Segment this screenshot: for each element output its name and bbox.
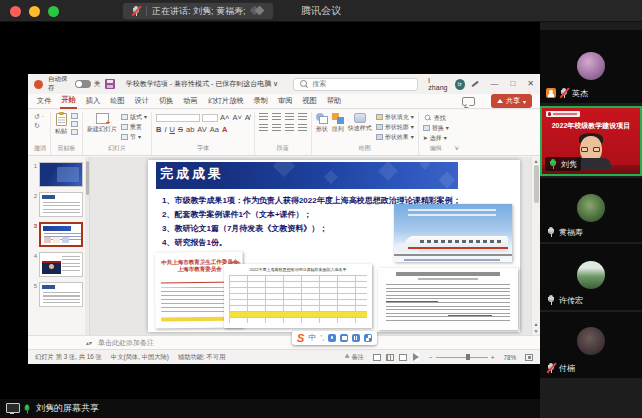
- tab-insert[interactable]: 插入: [85, 94, 101, 108]
- normal-view-button[interactable]: [373, 354, 381, 361]
- undo-button[interactable]: ↺ ·: [34, 113, 46, 120]
- comments-icon[interactable]: [462, 97, 475, 106]
- shape-fill-button[interactable]: 形状填充▾: [376, 113, 414, 121]
- canvas-scrollbar[interactable]: ▲ ▲ ▼: [531, 157, 540, 335]
- tab-draw[interactable]: 绘图: [109, 94, 125, 108]
- align-left-button[interactable]: [259, 124, 268, 132]
- search-input[interactable]: 搜索: [293, 78, 418, 91]
- voice-input-icon[interactable]: [328, 334, 336, 342]
- decrease-font-icon[interactable]: A˅: [232, 113, 241, 122]
- layout-button[interactable]: 版式▾: [121, 113, 147, 121]
- tab-view[interactable]: 视图: [301, 94, 317, 108]
- tab-slideshow[interactable]: 幻灯片放映: [207, 94, 245, 108]
- tab-animations[interactable]: 动画: [182, 94, 198, 108]
- shapes-button[interactable]: 形状: [316, 113, 328, 134]
- toolbox-icon[interactable]: [364, 334, 372, 342]
- new-slide-button[interactable]: 新建幻灯片: [87, 113, 117, 134]
- arrange-button[interactable]: 排列: [332, 113, 344, 134]
- font-name-select[interactable]: [156, 114, 200, 122]
- save-icon[interactable]: [105, 79, 114, 89]
- participant-tile-liujun-active-speaker[interactable]: 2022年校级教学建设项目 刘隽: [540, 106, 642, 176]
- quick-styles-button[interactable]: 快速样式: [348, 113, 372, 133]
- indent-decrease-button[interactable]: [285, 113, 294, 121]
- ink-pen-icon[interactable]: [470, 79, 479, 89]
- align-center-button[interactable]: [272, 124, 281, 132]
- slideshow-view-button[interactable]: [413, 353, 419, 361]
- scrollbar-thumb[interactable]: [534, 165, 539, 203]
- section-button[interactable]: 节▾: [121, 133, 147, 141]
- format-painter-icon[interactable]: [71, 129, 78, 135]
- redo-button[interactable]: ↻: [34, 122, 46, 129]
- notes-pane[interactable]: ▴▾ 单击此处添加备注: [28, 335, 540, 349]
- italic-button[interactable]: I: [164, 125, 166, 134]
- chinese-mode-icon[interactable]: 中: [308, 333, 316, 343]
- tab-home[interactable]: 开始: [60, 93, 76, 109]
- participant-tile-funan[interactable]: 付楠: [540, 312, 642, 378]
- share-button[interactable]: 共享 ▾: [491, 94, 532, 108]
- paste-button[interactable]: 粘贴: [55, 113, 67, 136]
- slide-editing-surface[interactable]: 完成成果 1、市级教学成果1项：作为负责人获得2022年度上海高校思想政治理论课…: [148, 160, 520, 332]
- autosave-toggle[interactable]: 自动保存 关: [48, 75, 100, 93]
- thumbnail-scrollbar[interactable]: [85, 157, 89, 335]
- char-spacing-button[interactable]: AV: [197, 125, 206, 134]
- numbering-button[interactable]: [272, 113, 281, 121]
- tab-help[interactable]: 帮助: [326, 94, 342, 108]
- tab-record[interactable]: 录制: [253, 94, 269, 108]
- participant-tile-yingjie[interactable]: 英杰: [540, 30, 642, 103]
- notes-toggle-button[interactable]: ≜ 备注: [344, 353, 364, 362]
- ppt-maximize-button[interactable]: □: [510, 80, 515, 88]
- increase-font-icon[interactable]: A˄: [220, 113, 229, 122]
- fit-slide-to-window-button[interactable]: [525, 354, 533, 361]
- ppt-minimize-button[interactable]: —: [490, 80, 498, 88]
- font-size-select[interactable]: [202, 114, 218, 122]
- slide-thumbnail-1[interactable]: [39, 162, 83, 187]
- emoji-picker-icon[interactable]: [340, 334, 348, 342]
- zoom-percentage[interactable]: 78%: [503, 354, 516, 361]
- account-name[interactable]: l zhang: [428, 77, 449, 91]
- reading-view-button[interactable]: [399, 354, 407, 361]
- punctuation-icon[interactable]: ’,: [320, 333, 324, 343]
- shape-effects-button[interactable]: 形状效果▾: [376, 133, 414, 141]
- zoom-out-button[interactable]: −: [429, 354, 433, 361]
- strikethrough-button[interactable]: S: [178, 125, 183, 134]
- clear-format-icon[interactable]: A̸: [245, 113, 250, 122]
- slide-thumbnail-5[interactable]: [39, 282, 83, 307]
- find-button[interactable]: 查找: [423, 113, 449, 122]
- tab-review[interactable]: 审阅: [277, 94, 293, 108]
- slide-thumbnail-4[interactable]: [39, 252, 83, 277]
- select-button[interactable]: ➤选择▾: [423, 134, 449, 142]
- previous-slide-button[interactable]: ▲: [534, 321, 539, 327]
- soft-keyboard-icon[interactable]: [352, 334, 360, 342]
- sogou-logo-icon[interactable]: S: [297, 333, 304, 344]
- tab-transitions[interactable]: 切换: [158, 94, 174, 108]
- tab-design[interactable]: 设计: [134, 94, 150, 108]
- account-avatar[interactable]: lz: [455, 79, 465, 90]
- replace-button[interactable]: 替换▾: [423, 124, 449, 132]
- zoom-in-button[interactable]: +: [491, 354, 495, 361]
- scroll-up-icon[interactable]: ▲: [534, 158, 539, 164]
- autosave-switch-icon[interactable]: [75, 80, 91, 88]
- bullets-button[interactable]: [259, 113, 268, 121]
- next-slide-button[interactable]: ▼: [534, 328, 539, 334]
- notes-splitter-icon[interactable]: ▴▾: [86, 339, 92, 346]
- align-right-button[interactable]: [285, 124, 294, 132]
- font-color-button[interactable]: A: [222, 125, 227, 134]
- zoom-slider[interactable]: [436, 357, 488, 358]
- participant-tile-xuchuanhong[interactable]: 许传宏: [540, 244, 642, 310]
- slide-thumbnail-3-selected[interactable]: [39, 222, 83, 247]
- slide-thumbnail-2[interactable]: [39, 192, 83, 217]
- tab-file[interactable]: 文件: [36, 94, 52, 108]
- language-status[interactable]: 中文(简体, 中国大陆): [111, 353, 169, 362]
- indent-increase-button[interactable]: [298, 113, 307, 121]
- text-shadow-button[interactable]: ab: [186, 125, 194, 134]
- reset-button[interactable]: 重置: [121, 123, 147, 131]
- slide-sorter-view-button[interactable]: [386, 354, 394, 361]
- accessibility-status[interactable]: 辅助功能: 不可用: [178, 353, 226, 362]
- cut-icon[interactable]: [71, 113, 78, 119]
- bold-button[interactable]: B: [156, 125, 161, 134]
- copy-icon[interactable]: [71, 121, 78, 127]
- collapse-ribbon-icon[interactable]: ˅: [453, 145, 463, 155]
- document-title[interactable]: 学校教学结项 - 兼容性模式 - 已保存到这台电脑 ∨: [126, 79, 279, 89]
- ppt-close-button[interactable]: ✕: [527, 80, 534, 88]
- change-case-button[interactable]: Aa: [210, 125, 219, 134]
